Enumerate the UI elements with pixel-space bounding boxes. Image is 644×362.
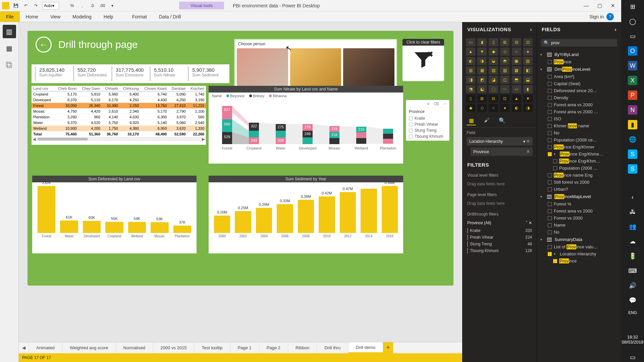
table-node[interactable]: ▾SummaryData <box>540 236 619 243</box>
visual-filters-dropzone[interactable]: Drag data fields here <box>463 180 537 190</box>
viz-type-icon[interactable]: ◐ <box>466 57 475 65</box>
card-deforested[interactable]: 552,720Sum Deforested <box>73 66 111 81</box>
bar[interactable]: 0.25M2002 <box>235 206 251 238</box>
viz-type-icon[interactable]: ◒ <box>489 57 498 65</box>
bar[interactable]: 55KCropland <box>105 217 123 238</box>
filter-value-row[interactable]: Tboung Khmum128 <box>467 247 532 254</box>
help-icon[interactable]: ? <box>606 13 614 20</box>
ribbon-tab-modeling[interactable]: Modeling <box>66 11 98 22</box>
drillthrough-back-button[interactable]: ← <box>36 37 52 53</box>
page-tab[interactable]: Animated <box>29 342 62 353</box>
well-province[interactable]: Province✕ <box>471 147 533 156</box>
viz-type-icon[interactable]: ▮ <box>523 85 533 93</box>
outlook-icon[interactable]: O <box>628 46 637 56</box>
field-node[interactable]: No <box>540 229 619 236</box>
page-tab[interactable]: 2000 vs 2015 <box>153 342 194 353</box>
qat-comma-icon[interactable]: , <box>78 3 86 9</box>
viz-type-icon[interactable]: ⊞ <box>500 38 509 46</box>
filter-value-row[interactable]: Kratie320 <box>467 227 532 234</box>
bar[interactable]: 60KDeveloped <box>83 216 101 238</box>
well-location-hierarchy[interactable]: Location Hierarchy▾ ✕ <box>467 137 533 145</box>
table-node[interactable]: ▾ByYrByLand <box>540 51 619 58</box>
bar[interactable]: 2014 <box>361 187 377 238</box>
viz-type-icon[interactable]: ◇ <box>477 104 487 112</box>
bar[interactable]: 0.33M2006 <box>277 199 293 238</box>
bar[interactable]: 37KPlantation <box>173 220 191 238</box>
field-node[interactable]: ▾Location Hierarchy <box>540 250 619 257</box>
viz-type-icon[interactable]: ○ <box>489 104 498 112</box>
filter-value-row[interactable]: Preah Vihear224 <box>467 234 532 241</box>
qat-decimal-inc-icon[interactable]: .0 <box>89 3 96 9</box>
skype-icon[interactable]: S <box>628 149 637 159</box>
tray-volume-icon[interactable]: 🔊 <box>628 281 637 290</box>
field-node[interactable]: Population (2008 ce… <box>540 136 619 143</box>
viz-type-icon[interactable]: ◧ <box>523 66 533 74</box>
powerbi-icon[interactable]: ▮ <box>628 120 637 129</box>
viz-type-icon[interactable]: ▩ <box>512 66 521 74</box>
ribbon-tab-home[interactable]: Home <box>20 11 44 22</box>
page-tabs-prev[interactable]: ◀ <box>19 342 29 353</box>
excel-icon[interactable]: X <box>628 76 637 85</box>
field-node[interactable]: Khmer prov name <box>540 122 619 129</box>
taskview-icon[interactable]: ▭ <box>628 32 637 41</box>
model-view-icon[interactable]: ⿻ <box>3 58 16 72</box>
viz-type-icon[interactable]: ▭ <box>466 38 475 46</box>
nitrate-ribbon-chart[interactable]: Sum Nitrate by Land cov and Name Name Be… <box>209 86 403 164</box>
viz-type-icon[interactable]: ⬓ <box>523 76 533 84</box>
field-node[interactable]: ISO <box>540 115 619 122</box>
tray-network-icon[interactable]: 🖧 <box>628 207 637 217</box>
field-node[interactable]: Forest area vs 2000 <box>540 207 619 215</box>
remove-subfield-icon[interactable]: ✕ <box>526 149 530 154</box>
viz-type-icon[interactable]: ▥ <box>466 66 475 74</box>
viz-type-icon[interactable]: ⋯ <box>500 85 509 93</box>
collapse-fields-icon[interactable]: › <box>615 26 617 32</box>
tray-people-icon[interactable]: 👥 <box>628 222 637 231</box>
field-node[interactable]: Province Eng/Khm… <box>540 158 619 165</box>
viz-type-icon[interactable]: ◑ <box>477 57 487 65</box>
format-well-tab[interactable]: 🖌 <box>482 116 491 125</box>
province-slicer[interactable]: ≡ ⌫ ⋯ Province KratiePreah VihearStung T… <box>406 100 449 141</box>
field-node[interactable]: Deforested since 20… <box>540 87 619 94</box>
viz-type-icon[interactable]: ⬕ <box>477 85 487 93</box>
person-image-2[interactable] <box>290 48 341 86</box>
field-node[interactable]: Province <box>540 58 619 65</box>
field-node[interactable]: Name <box>540 222 619 229</box>
bar[interactable]: 54KWetland <box>128 217 146 238</box>
window-maximize-icon[interactable]: ▢ <box>597 3 602 9</box>
viz-type-icon[interactable]: ▨ <box>500 66 509 74</box>
card-nitrate[interactable]: 5,510.10Sum Nitrate <box>150 66 188 81</box>
cortana-icon[interactable]: ◯ <box>628 17 637 26</box>
bar[interactable]: 232KForest <box>38 181 55 238</box>
field-node[interactable]: Province <box>540 257 619 264</box>
viz-type-icon[interactable]: ▯ <box>489 38 498 46</box>
viz-type-icon[interactable]: ● <box>500 104 509 112</box>
notifications-icon[interactable]: ▭ <box>628 353 637 362</box>
signin-link[interactable]: Sign in <box>589 14 604 19</box>
sediment-bar-chart[interactable]: Sum Sediment by Year 0.20M20000.25M20020… <box>209 176 403 253</box>
bar[interactable]: 53KMosaic <box>151 217 168 238</box>
field-node[interactable]: Forest area vs 2000 <box>540 101 619 108</box>
field-node[interactable]: ▾Province Eng/Khme… <box>540 150 619 158</box>
field-node[interactable]: No <box>540 129 619 136</box>
skype2-icon[interactable]: S <box>628 164 637 174</box>
viz-type-icon[interactable]: ◓ <box>500 57 509 65</box>
add-page-button[interactable]: + <box>383 342 393 353</box>
report-canvas[interactable]: ← Drill through page ↖ Choose person <box>19 22 462 342</box>
field-node[interactable]: Population (2008 … <box>540 165 619 172</box>
qat-undo-icon[interactable]: ↶ <box>22 3 30 9</box>
deforested-bar-chart[interactable]: Sum Deforested by Land cov 232KForest61K… <box>32 176 197 253</box>
person-image-3[interactable] <box>343 48 394 86</box>
ribbon-tab-view[interactable]: View <box>44 11 66 22</box>
tray-lang[interactable]: ENG <box>628 310 637 315</box>
table-node[interactable]: ▾DimProvinceLevel <box>540 65 619 73</box>
field-node[interactable]: Area (km²) <box>540 73 619 80</box>
slicer-list-icon[interactable]: ≡ <box>427 102 429 106</box>
slicer-more-icon[interactable]: ⋯ <box>443 102 447 106</box>
qat-redo-icon[interactable]: ↷ <box>32 3 40 9</box>
viz-type-icon[interactable]: ▲ <box>512 95 521 103</box>
viz-type-icon[interactable]: ⬔ <box>466 85 475 93</box>
viz-type-icon[interactable]: ◫ <box>500 76 509 84</box>
fields-search-input[interactable] <box>551 40 614 45</box>
viz-type-icon[interactable]: ● <box>523 48 533 56</box>
zoom-auto[interactable]: Auto ▾ <box>42 2 59 9</box>
